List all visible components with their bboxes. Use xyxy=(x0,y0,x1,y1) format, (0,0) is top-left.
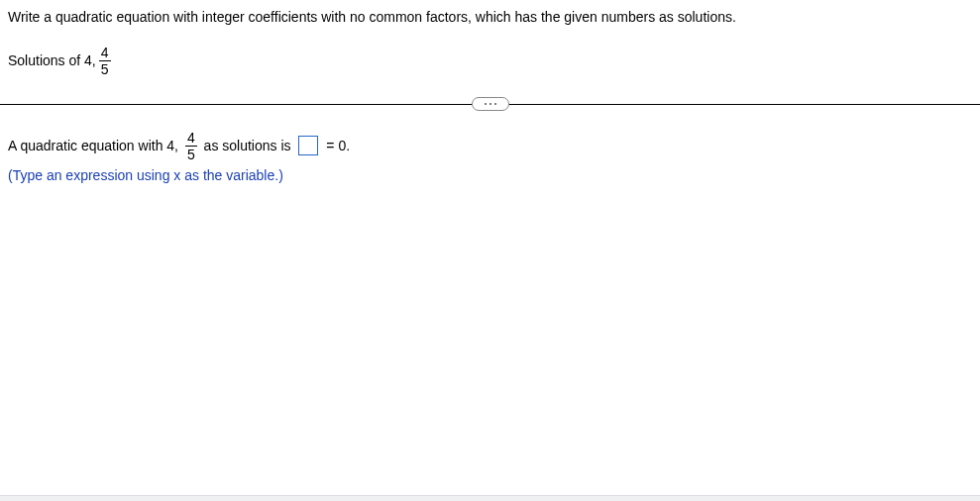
answer-fraction: 4 5 xyxy=(185,131,197,161)
answer-tail-text: = 0. xyxy=(322,138,350,153)
fraction-numerator: 4 xyxy=(99,46,111,60)
answer-mid-text: as solutions is xyxy=(200,138,295,153)
fraction-numerator: 4 xyxy=(185,131,197,146)
ellipsis-icon xyxy=(485,103,487,105)
input-hint: (Type an expression using x as the varia… xyxy=(8,167,972,183)
ellipsis-icon xyxy=(494,103,496,105)
fraction-denominator: 5 xyxy=(99,60,111,76)
question-prompt: Write a quadratic equation with integer … xyxy=(8,8,972,28)
solutions-line: Solutions of 4, 4 5 xyxy=(8,46,972,76)
solutions-fraction: 4 5 xyxy=(99,46,111,76)
more-options-button[interactable] xyxy=(472,97,509,111)
answer-lead-text: A quadratic equation with 4, xyxy=(8,138,182,153)
answer-line: A quadratic equation with 4, 4 5 as solu… xyxy=(8,131,972,161)
bottom-bar xyxy=(0,495,980,501)
section-divider xyxy=(0,104,980,105)
expression-input[interactable] xyxy=(298,136,318,155)
fraction-denominator: 5 xyxy=(185,146,197,161)
ellipsis-icon xyxy=(490,103,491,105)
solutions-label: Solutions of 4, xyxy=(8,52,96,68)
